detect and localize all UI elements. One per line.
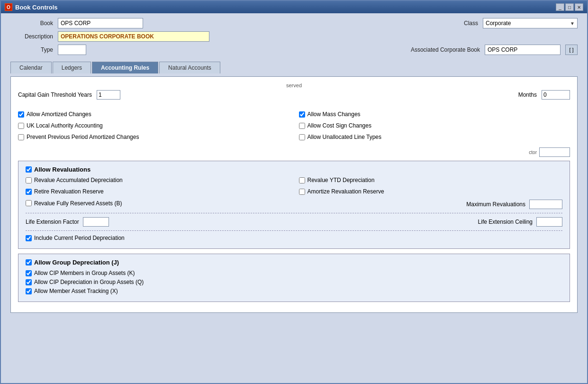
served-text: served <box>18 82 570 88</box>
revalue-fully-reserved-checkbox[interactable] <box>26 200 32 206</box>
life-extension-factor-label: Life Extension Factor <box>26 219 79 225</box>
close-button[interactable]: ✕ <box>575 3 583 11</box>
life-extension-ceiling-area: Life Extension Ceiling <box>478 217 562 227</box>
allow-unallocated-label: Allow Unallocated Line Types <box>308 134 382 140</box>
main-checkboxes: Allow Amortized Changes Allow Mass Chang… <box>18 111 570 143</box>
minimize-button[interactable]: _ <box>556 3 564 11</box>
allow-group-depreciation-checkbox[interactable] <box>26 259 32 265</box>
revalue-ytd-depr-label: Revalue YTD Depreciation <box>308 177 375 183</box>
allow-cost-sign-checkbox[interactable] <box>299 123 305 129</box>
tab-ledgers[interactable]: Ledgers <box>53 62 91 73</box>
revaluations-header: Allow Revaluations <box>26 166 562 173</box>
maximize-button[interactable]: □ <box>565 3 574 11</box>
ctor-label: ctor <box>529 150 537 155</box>
allow-cost-sign-row: Allow Cost Sign Changes <box>299 122 570 129</box>
capital-gain-label: Capital Gain Threshold Years <box>18 91 92 98</box>
max-revaluations-row: Maximum Revaluations <box>299 200 563 209</box>
main-window: O Book Controls _ □ ✕ Book Class Corpora… <box>0 0 588 384</box>
revaluations-label: Allow Revaluations <box>34 166 90 173</box>
class-dropdown[interactable]: Corporate ▼ <box>483 18 578 28</box>
threshold-row: Capital Gain Threshold Years Months <box>18 90 570 100</box>
allow-cip-members-label: Allow CIP Members in Group Assets (K) <box>34 270 135 276</box>
allow-unallocated-row: Allow Unallocated Line Types <box>299 134 570 140</box>
assoc-browse-button[interactable]: [ ] <box>565 45 578 55</box>
group-depreciation-label: Allow Group Depreciation (J) <box>34 259 119 266</box>
life-extension-factor-input[interactable] <box>83 217 109 227</box>
revalue-accum-depr-row: Revalue Accumulated Depreciation <box>26 177 289 183</box>
capital-gain-years-input[interactable] <box>97 90 120 100</box>
tabs-row: Calendar Ledgers Accounting Rules Natura… <box>10 62 578 73</box>
amortize-reval-reserve-checkbox[interactable] <box>299 189 305 195</box>
uk-local-authority-label: UK Local Authority Accounting <box>27 122 103 129</box>
description-input[interactable] <box>58 31 209 42</box>
retire-reval-reserve-label: Retire Revaluation Reserve <box>34 188 104 195</box>
type-input[interactable] <box>58 45 86 55</box>
chevron-down-icon: ▼ <box>570 21 575 26</box>
include-current-period-checkbox[interactable] <box>26 235 32 241</box>
revalue-accum-depr-label: Revalue Accumulated Depreciation <box>34 177 123 183</box>
class-value: Corporate <box>486 20 511 27</box>
allow-cost-sign-label: Allow Cost Sign Changes <box>308 122 371 129</box>
revalue-fully-reserved-row: Revalue Fully Reserved Assets (B) <box>26 200 289 207</box>
months-input[interactable] <box>542 90 570 100</box>
description-row: Description <box>10 31 578 42</box>
group-depreciation-header: Allow Group Depreciation (J) <box>26 259 562 266</box>
ctor-area: ctor <box>18 147 570 157</box>
title-bar: O Book Controls _ □ ✕ <box>1 1 587 13</box>
retire-reval-reserve-checkbox[interactable] <box>26 189 32 195</box>
prevent-previous-period-checkbox[interactable] <box>18 134 24 140</box>
allow-member-asset-tracking-row: Allow Member Asset Tracking (X) <box>26 288 562 294</box>
tab-calendar[interactable]: Calendar <box>10 62 52 73</box>
months-label: Months <box>518 91 537 98</box>
assoc-book-input[interactable] <box>485 45 561 55</box>
life-extension-row: Life Extension Factor Life Extension Cei… <box>26 213 562 227</box>
tab-natural-accounts[interactable]: Natural Accounts <box>159 62 220 73</box>
tab-accounting-rules[interactable]: Accounting Rules <box>92 62 158 73</box>
window-title: Book Controls <box>15 4 58 11</box>
allow-amortized-changes-checkbox[interactable] <box>18 111 24 118</box>
include-current-period-label: Include Current Period Depreciation <box>34 235 125 241</box>
allow-cip-members-checkbox[interactable] <box>26 270 32 276</box>
uk-local-authority-checkbox[interactable] <box>18 123 24 129</box>
form-content: Book Class Corporate ▼ Description Type … <box>1 13 587 318</box>
allow-member-asset-tracking-label: Allow Member Asset Tracking (X) <box>34 288 118 294</box>
allow-cip-members-row: Allow CIP Members in Group Assets (K) <box>26 270 562 276</box>
uk-local-authority-row: UK Local Authority Accounting <box>18 122 289 129</box>
allow-revaluations-checkbox[interactable] <box>26 166 32 173</box>
accounting-rules-tab-content: served Capital Gain Threshold Years Mont… <box>10 76 578 313</box>
allow-cip-depreciation-checkbox[interactable] <box>26 279 32 285</box>
retire-reval-reserve-row: Retire Revaluation Reserve <box>26 188 289 195</box>
book-class-row: Book Class Corporate ▼ <box>10 18 578 28</box>
life-extension-ceiling-label: Life Extension Ceiling <box>478 219 533 225</box>
allow-mass-changes-checkbox[interactable] <box>299 111 305 118</box>
type-label: Type <box>10 46 53 53</box>
allow-mass-changes-label: Allow Mass Changes <box>308 111 361 118</box>
include-current-period-row: Include Current Period Depreciation <box>26 230 562 241</box>
allow-cip-depreciation-row: Allow CIP Depreciation in Group Assets (… <box>26 279 562 285</box>
life-extension-factor-area: Life Extension Factor <box>26 217 109 227</box>
max-revaluations-input[interactable] <box>529 200 562 209</box>
allow-mass-changes-row: Allow Mass Changes <box>299 111 570 118</box>
book-label: Book <box>10 20 53 27</box>
prevent-previous-period-row: Prevent Previous Period Amortized Change… <box>18 134 289 140</box>
allow-unallocated-checkbox[interactable] <box>299 134 305 140</box>
revalue-accum-depr-checkbox[interactable] <box>26 177 32 183</box>
title-bar-left: O Book Controls <box>5 3 58 11</box>
app-icon: O <box>5 3 12 11</box>
revalue-checkboxes: Revalue Accumulated Depreciation Revalue… <box>26 177 562 209</box>
description-label: Description <box>10 33 53 40</box>
allow-amortized-changes-label: Allow Amortized Changes <box>27 111 91 118</box>
amortize-reval-reserve-label: Amortize Revaluation Reserve <box>308 188 384 195</box>
life-extension-ceiling-input[interactable] <box>536 217 562 227</box>
prevent-previous-period-label: Prevent Previous Period Amortized Change… <box>27 134 139 140</box>
group-depreciation-section: Allow Group Depreciation (J) Allow CIP M… <box>18 254 570 302</box>
assoc-corporate-label: Associated Corporate Book <box>411 46 480 53</box>
book-input[interactable] <box>58 18 143 28</box>
revalue-fully-reserved-label: Revalue Fully Reserved Assets (B) <box>34 200 122 207</box>
type-assoc-row: Type Associated Corporate Book [ ] <box>10 45 578 55</box>
capital-gain-section: served Capital Gain Threshold Years Mont… <box>18 82 570 107</box>
ctor-input[interactable] <box>539 147 570 157</box>
class-label: Class <box>454 20 478 27</box>
revalue-ytd-depr-checkbox[interactable] <box>299 177 305 183</box>
allow-member-asset-tracking-checkbox[interactable] <box>26 288 32 294</box>
